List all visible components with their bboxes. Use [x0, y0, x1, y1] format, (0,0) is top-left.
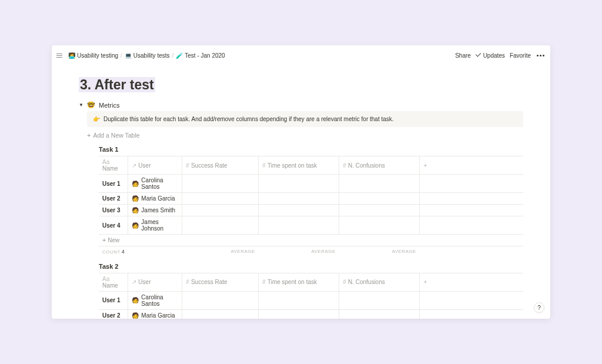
topbar: 🧑‍💻 Usability testing / 💻 Usability test… — [52, 49, 550, 62]
cell-success[interactable] — [182, 216, 259, 235]
cell-empty[interactable] — [420, 216, 523, 235]
col-header-success[interactable]: #Success Rate — [182, 273, 259, 291]
table-row[interactable]: User 1 🧑Carolina Santos — [99, 175, 523, 193]
table-row[interactable]: User 1 🧑Carolina Santos — [99, 291, 523, 309]
menu-icon[interactable] — [56, 51, 65, 59]
cell-confusions[interactable] — [339, 309, 420, 319]
col-header-confusions[interactable]: #N. Confusions — [339, 156, 420, 175]
cell-time[interactable] — [259, 309, 339, 319]
cell-time[interactable] — [259, 175, 339, 193]
cell-success[interactable] — [182, 309, 259, 319]
cell-time[interactable] — [259, 291, 339, 309]
number-icon: # — [262, 279, 266, 285]
emoji-icon: 🧪 — [176, 52, 183, 59]
data-table: AaName ↗User #Success Rate #Time spent o… — [99, 273, 523, 319]
more-icon[interactable] — [536, 55, 546, 56]
cell-empty[interactable] — [420, 309, 523, 319]
cell-name[interactable]: User 2 — [99, 193, 128, 205]
table-row[interactable]: User 2 🧑Maria Garcia — [99, 309, 523, 319]
table-row[interactable]: User 2 🧑Maria Garcia — [99, 193, 523, 205]
emoji-icon: 🤓 — [87, 101, 95, 109]
person-icon: 🧑 — [132, 312, 139, 319]
share-button[interactable]: Share — [455, 52, 471, 59]
col-header-user[interactable]: ↗User — [128, 273, 182, 291]
col-header-success[interactable]: #Success Rate — [182, 156, 259, 175]
cell-success[interactable] — [182, 175, 259, 193]
cell-success[interactable] — [182, 205, 259, 216]
callout-text: Duplicate this table for each task. And … — [103, 116, 394, 122]
cell-confusions[interactable] — [339, 291, 420, 309]
table-title[interactable]: Task 1 — [99, 146, 523, 153]
table-title[interactable]: Task 2 — [99, 263, 523, 270]
cell-name[interactable]: User 4 — [99, 216, 128, 235]
page-title[interactable]: 3. After test — [79, 77, 523, 93]
col-header-time[interactable]: #Time spent on task — [259, 273, 339, 291]
col-header-time[interactable]: #Time spent on task — [259, 156, 339, 175]
cell-time[interactable] — [259, 216, 339, 235]
breadcrumb-item-0[interactable]: 🧑‍💻 Usability testing — [68, 52, 118, 59]
cell-empty[interactable] — [420, 193, 523, 205]
number-icon: # — [343, 162, 346, 169]
cell-user[interactable]: 🧑Carolina Santos — [128, 291, 182, 309]
add-column-button[interactable]: + — [420, 273, 523, 291]
triangle-down-icon[interactable]: ▼ — [79, 102, 83, 108]
cell-user[interactable]: 🧑James Smith — [128, 205, 182, 216]
cell-user[interactable]: 🧑Maria Garcia — [128, 193, 182, 205]
avg-cell-confusions[interactable]: AVERAGE — [339, 246, 420, 256]
person-icon: 🧑 — [132, 181, 139, 187]
cell-confusions[interactable] — [339, 193, 420, 205]
pointing-right-icon: 👉 — [93, 116, 100, 122]
cell-empty[interactable] — [420, 205, 523, 216]
callout-block[interactable]: 👉 Duplicate this table for each task. An… — [87, 111, 523, 127]
updates-button[interactable]: Updates — [476, 52, 505, 59]
emoji-icon: 🧑‍💻 — [68, 52, 75, 59]
col-header-name[interactable]: AaName — [99, 156, 128, 175]
cell-empty[interactable] — [420, 291, 523, 309]
cell-confusions[interactable] — [339, 216, 420, 235]
cell-user[interactable]: 🧑Carolina Santos — [128, 175, 182, 193]
cell-success[interactable] — [182, 291, 259, 309]
table-row[interactable]: User 4 🧑James Johnson — [99, 216, 523, 235]
avg-cell-time[interactable]: AVERAGE — [259, 246, 339, 256]
cell-name[interactable]: User 1 — [99, 291, 128, 309]
cell-name[interactable]: User 1 — [99, 175, 128, 193]
breadcrumb: 🧑‍💻 Usability testing / 💻 Usability test… — [56, 51, 225, 59]
cell-empty[interactable] — [420, 175, 523, 193]
breadcrumb-label: Test - Jan 2020 — [185, 52, 225, 59]
cell-time[interactable] — [259, 205, 339, 216]
updates-label: Updates — [483, 52, 505, 59]
metrics-toggle[interactable]: ▼ 🤓 Metrics — [79, 101, 523, 109]
page-content: 3. After test ▼ 🤓 Metrics 👉 Duplicate th… — [52, 62, 550, 319]
add-table-label: Add a New Table — [93, 132, 139, 139]
add-table-button[interactable]: + Add a New Table — [87, 132, 523, 139]
add-column-button[interactable]: + — [420, 156, 523, 175]
table-row[interactable]: User 3 🧑James Smith — [99, 205, 523, 216]
data-table: AaName ↗User #Success Rate #Time spent o… — [99, 156, 523, 256]
breadcrumb-item-1[interactable]: 💻 Usability tests — [125, 52, 170, 59]
cell-confusions[interactable] — [339, 175, 420, 193]
number-icon: # — [186, 279, 189, 285]
breadcrumb-label: Usability tests — [133, 52, 170, 59]
col-header-user[interactable]: ↗User — [128, 156, 182, 175]
cell-success[interactable] — [182, 193, 259, 205]
breadcrumb-item-2[interactable]: 🧪 Test - Jan 2020 — [176, 52, 225, 59]
metrics-label: Metrics — [99, 102, 119, 109]
cell-confusions[interactable] — [339, 205, 420, 216]
cell-user[interactable]: 🧑James Johnson — [128, 216, 182, 235]
table-block-task2: Task 2 AaName ↗User #Success Rate #Time … — [99, 263, 523, 319]
favorite-button[interactable]: Favorite — [510, 52, 531, 59]
col-header-confusions[interactable]: #N. Confusions — [339, 273, 420, 291]
cell-time[interactable] — [259, 193, 339, 205]
avg-cell-success[interactable]: AVERAGE — [182, 246, 259, 256]
plus-icon: + — [423, 162, 427, 169]
cell-user[interactable]: 🧑Maria Garcia — [128, 309, 182, 319]
cell-name[interactable]: User 3 — [99, 205, 128, 216]
number-icon: # — [262, 162, 266, 169]
count-cell[interactable]: COUNT4 — [99, 246, 128, 256]
col-header-name[interactable]: AaName — [99, 273, 128, 291]
relation-icon: ↗ — [132, 279, 136, 285]
cell-name[interactable]: User 2 — [99, 309, 128, 319]
help-button[interactable]: ? — [534, 302, 544, 313]
new-row-button[interactable]: + New — [99, 235, 523, 246]
emoji-icon: 💻 — [125, 52, 132, 59]
